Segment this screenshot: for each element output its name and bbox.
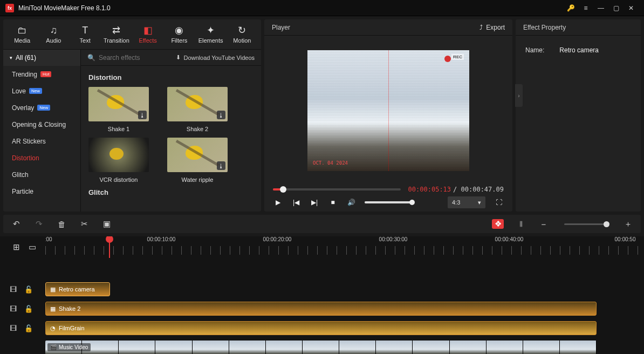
effect-label: VCR distortion bbox=[88, 176, 149, 183]
category-item[interactable]: Distortion bbox=[3, 149, 80, 166]
prev-frame-button[interactable]: |◀ bbox=[291, 198, 301, 207]
effect-thumbnail[interactable]: ⭳Water ripple bbox=[167, 138, 228, 183]
tab-media[interactable]: 🗀Media bbox=[6, 19, 38, 49]
play-button[interactable]: ▶ bbox=[273, 198, 283, 207]
download-effect-icon[interactable]: ⭳ bbox=[217, 111, 225, 119]
collapse-panel-button[interactable]: › bbox=[515, 84, 523, 107]
export-button[interactable]: ⤴ Export bbox=[479, 24, 505, 31]
license-key-icon[interactable]: 🔑 bbox=[563, 0, 578, 16]
next-frame-button[interactable]: ▶| bbox=[310, 198, 319, 207]
clip-filmgrain[interactable]: ◔FilmGrain bbox=[45, 321, 597, 335]
zoom-slider[interactable] bbox=[564, 223, 607, 225]
crop-button[interactable]: ▣ bbox=[101, 219, 112, 229]
delete-button[interactable]: 🗑 bbox=[56, 219, 67, 229]
track-type-icon: 🎞 bbox=[10, 324, 17, 332]
volume-slider[interactable] bbox=[365, 201, 412, 203]
track-type-icon: 🎞 bbox=[10, 305, 17, 313]
close-icon[interactable]: ✕ bbox=[624, 0, 639, 16]
lock-icon[interactable]: 🔓 bbox=[24, 324, 33, 332]
timeline: ⊞ ▭ 00:0000:00:10:0000:00:20:0000:00:30:… bbox=[0, 236, 644, 354]
property-name-label: Name: bbox=[525, 46, 544, 54]
clip-music-video[interactable]: 🎬Music Video bbox=[45, 341, 597, 354]
tab-audio[interactable]: ♫Audio bbox=[38, 19, 69, 49]
lock-icon[interactable]: 🔓 bbox=[24, 285, 33, 294]
category-all[interactable]: ▾All (61) bbox=[3, 50, 80, 66]
track-list-button[interactable]: ▭ bbox=[27, 242, 38, 253]
undo-button[interactable]: ↶ bbox=[11, 219, 22, 229]
titlebar: fx MiniTool MovieMaker Free 8.1.0 🔑 ≡ — … bbox=[0, 0, 644, 16]
property-panel: › Effect Property Name: Retro camera bbox=[516, 19, 641, 212]
tab-elements[interactable]: ✦Elements bbox=[195, 19, 227, 49]
playback-seek-bar[interactable] bbox=[273, 188, 401, 190]
track-type-icon: 🎞 bbox=[10, 285, 17, 294]
effect-label: Shake 1 bbox=[88, 126, 149, 132]
tab-effects[interactable]: ◧Effects bbox=[132, 19, 163, 49]
tab-filters[interactable]: ◉Filters bbox=[163, 19, 195, 49]
effect-group-title: Distortion bbox=[88, 73, 254, 81]
ruler-label: 00:00 bbox=[45, 236, 52, 242]
effects-grid: Distortion⭳Shake 1⭳Shake 2VCR distortion… bbox=[81, 66, 261, 212]
minimize-icon[interactable]: — bbox=[593, 0, 608, 16]
category-item[interactable]: AR Stickers bbox=[3, 133, 80, 149]
preview-viewport[interactable]: REC OCT. 04 2024 bbox=[307, 50, 469, 171]
category-item[interactable]: Opening & Closing bbox=[3, 116, 80, 133]
tab-motion[interactable]: ↻Motion bbox=[227, 19, 258, 49]
category-item[interactable]: OverlayNew bbox=[3, 99, 80, 116]
effects-icon: ◧ bbox=[143, 25, 153, 35]
app-title: MiniTool MovieMaker Free 8.1.0 bbox=[18, 4, 111, 12]
record-label: REC bbox=[451, 54, 464, 60]
property-title: Effect Property bbox=[516, 19, 641, 36]
tab-transition[interactable]: ⇄Transition bbox=[101, 19, 132, 49]
download-effect-icon[interactable]: ⭳ bbox=[138, 111, 147, 119]
effect-label: Water ripple bbox=[167, 176, 228, 183]
export-icon: ⤴ bbox=[479, 24, 483, 31]
zoom-out-button[interactable]: − bbox=[538, 219, 549, 229]
tab-text[interactable]: TText bbox=[70, 19, 101, 49]
total-duration: 00:00:47.09 bbox=[461, 186, 504, 193]
download-youtube-link[interactable]: ⬇ Download YouTube Videos bbox=[176, 54, 255, 61]
badge: New bbox=[29, 88, 42, 94]
current-time: 00:00:05:13 bbox=[408, 186, 451, 193]
effect-thumbnail[interactable]: ⭳Shake 2 bbox=[167, 87, 228, 132]
category-item[interactable]: Glitch bbox=[3, 166, 80, 183]
split-button[interactable]: ✂ bbox=[79, 219, 90, 229]
download-effect-icon[interactable]: ⭳ bbox=[217, 161, 225, 170]
chevron-down-icon: ▾ bbox=[478, 199, 481, 206]
aspect-ratio-select[interactable]: 4:3▾ bbox=[448, 196, 485, 208]
redo-button[interactable]: ↷ bbox=[33, 219, 44, 229]
effect-clip-icon: ▦ bbox=[50, 286, 56, 293]
effect-clip-icon: ▦ bbox=[50, 305, 56, 312]
add-track-button[interactable]: ⊞ bbox=[11, 242, 22, 253]
category-item[interactable]: LoveNew bbox=[3, 83, 80, 99]
folder-icon: 🗀 bbox=[17, 25, 27, 35]
maximize-icon[interactable]: ▢ bbox=[608, 0, 624, 16]
download-icon: ⬇ bbox=[176, 54, 181, 61]
lock-icon[interactable]: 🔓 bbox=[24, 305, 33, 313]
fullscreen-button[interactable]: ⛶ bbox=[494, 198, 504, 207]
effect-label: Shake 2 bbox=[167, 126, 228, 132]
search-input[interactable] bbox=[99, 54, 158, 62]
category-item[interactable]: Particle bbox=[3, 183, 80, 200]
clip-retro-camera[interactable]: ▦Retro camera bbox=[45, 282, 110, 296]
playhead[interactable] bbox=[109, 236, 110, 258]
timeline-ruler[interactable]: 00:0000:00:10:0000:00:20:0000:00:30:0000… bbox=[45, 236, 644, 258]
caret-down-icon: ▾ bbox=[10, 55, 12, 60]
track-options-button[interactable]: ⦀ bbox=[516, 219, 526, 229]
volume-icon[interactable]: 🔊 bbox=[346, 198, 356, 207]
search-icon: 🔍 bbox=[87, 54, 95, 62]
music-icon: ♫ bbox=[50, 25, 58, 35]
zoom-in-button[interactable]: ＋ bbox=[622, 219, 633, 229]
category-item[interactable]: TrendingHot bbox=[3, 66, 80, 83]
player-panel: Player ⤴ Export REC OCT. 04 2024 00:00:0… bbox=[264, 19, 512, 212]
app-logo-icon: fx bbox=[5, 4, 14, 12]
ruler-label: 00:00:20:00 bbox=[263, 236, 292, 242]
stop-button[interactable]: ■ bbox=[328, 198, 338, 207]
motion-icon: ↻ bbox=[238, 25, 246, 35]
effect-thumbnail[interactable]: VCR distortion bbox=[88, 138, 149, 183]
effect-thumbnail[interactable]: ⭳Shake 1 bbox=[88, 87, 149, 132]
filter-clip-icon: ◔ bbox=[50, 325, 56, 332]
menu-icon[interactable]: ≡ bbox=[578, 0, 593, 16]
magnet-snap-button[interactable]: ❖ bbox=[492, 219, 504, 229]
timeline-toolbar: ↶ ↷ 🗑 ✂ ▣ ❖ ⦀ − ＋ bbox=[3, 215, 641, 233]
clip-shake-2[interactable]: ▦Shake 2 bbox=[45, 302, 597, 316]
